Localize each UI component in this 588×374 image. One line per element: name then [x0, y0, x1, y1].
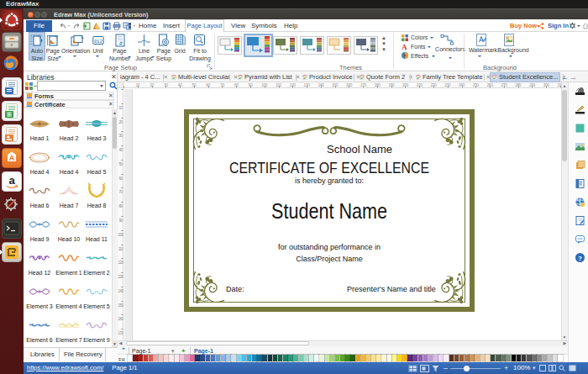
svg-text:?: ?	[578, 255, 582, 262]
svg-text:A: A	[9, 154, 15, 162]
svg-text:012: 012	[94, 39, 102, 45]
svg-text:a: a	[8, 174, 15, 187]
svg-text:#: #	[119, 40, 123, 46]
